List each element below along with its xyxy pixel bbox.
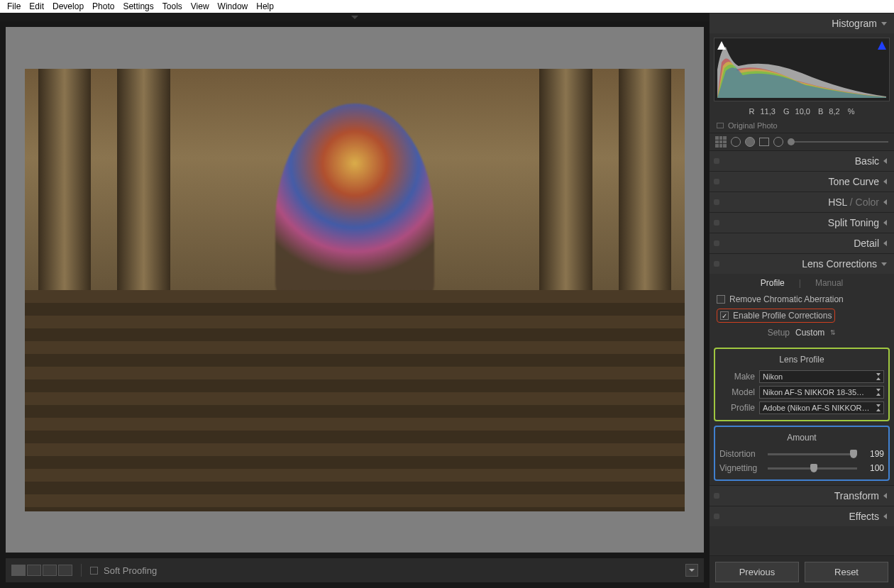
view-before-after-split-button[interactable] (58, 565, 72, 576)
model-label: Model (719, 387, 755, 397)
bottom-toolbar: Soft Proofing (6, 558, 704, 582)
graduated-filter-icon[interactable] (759, 138, 769, 146)
lens-corrections-body: Profile | Manual Remove Chromatic Aberra… (710, 274, 894, 481)
panel-button-row: Previous Reset (710, 555, 894, 588)
menu-photo[interactable]: Photo (88, 1, 118, 11)
histogram-title: Histogram (832, 18, 877, 29)
remove-chromatic-aberration-checkbox[interactable] (717, 295, 725, 304)
lens-profile-title: Lens Profile (719, 353, 884, 369)
toolbar-options-button[interactable] (685, 564, 698, 577)
menu-settings[interactable]: Settings (118, 1, 158, 11)
chevron-left-icon (883, 199, 887, 205)
radial-filter-icon[interactable] (773, 137, 783, 147)
previous-button[interactable]: Previous (715, 562, 799, 582)
adjustment-tool-strip (710, 133, 894, 150)
remove-chromatic-aberration-label: Remove Chromatic Aberration (729, 294, 844, 304)
view-before-after-lr-button[interactable] (27, 565, 41, 576)
distortion-label: Distortion (719, 449, 762, 459)
image-canvas[interactable] (6, 27, 704, 553)
menu-help[interactable]: Help (252, 1, 278, 11)
chevron-left-icon (883, 514, 887, 519)
setup-label: Setup (768, 328, 790, 338)
top-panel-toggle[interactable] (0, 13, 710, 21)
histogram-display[interactable] (714, 38, 890, 101)
soft-proofing-label: Soft Proofing (104, 565, 157, 576)
chevron-down-icon (881, 262, 887, 266)
menu-window[interactable]: Window (214, 1, 253, 11)
tab-profile[interactable]: Profile (761, 278, 785, 288)
preview-image (25, 69, 685, 511)
distortion-value: 199 (863, 449, 884, 459)
menu-develop[interactable]: Develop (48, 1, 88, 11)
reset-button[interactable]: Reset (805, 562, 888, 582)
hsl-color-panel-header[interactable]: HSL / Color (710, 192, 894, 212)
panel-switch-icon[interactable] (714, 179, 719, 184)
panel-switch-icon[interactable] (714, 514, 719, 519)
view-before-after-tb-button[interactable] (43, 565, 57, 576)
crop-tool-icon[interactable] (715, 136, 727, 148)
basic-panel-header[interactable]: Basic (710, 150, 894, 171)
chevron-left-icon (883, 220, 887, 226)
tone-curve-panel-header[interactable]: Tone Curve (710, 171, 894, 192)
chevron-left-icon (883, 240, 887, 246)
adjustment-brush-size-slider[interactable] (788, 141, 888, 143)
lens-corrections-panel-header[interactable]: Lens Corrections (710, 253, 894, 274)
menu-edit[interactable]: Edit (25, 1, 48, 11)
tab-manual[interactable]: Manual (815, 278, 843, 288)
split-toning-panel-header[interactable]: Split Toning (710, 212, 894, 233)
distortion-slider[interactable] (768, 453, 857, 455)
menu-view[interactable]: View (187, 1, 214, 11)
model-dropdown[interactable]: Nikon AF-S NIKKOR 18-35… (759, 386, 884, 399)
updown-icon: ⇅ (830, 329, 836, 336)
vignetting-slider[interactable] (768, 467, 857, 470)
original-photo-toggle[interactable]: Original Photo (710, 118, 894, 133)
amount-title: Amount (719, 431, 884, 447)
redeye-tool-icon[interactable] (745, 137, 755, 147)
setup-dropdown[interactable]: Custom (795, 328, 824, 338)
make-label: Make (719, 372, 755, 382)
enable-profile-corrections-highlight: Enable Profile Corrections (717, 309, 835, 323)
menu-file[interactable]: File (3, 1, 25, 11)
chevron-down-icon (351, 16, 358, 19)
chevron-left-icon (883, 493, 887, 499)
panel-switch-icon[interactable] (714, 493, 719, 499)
panel-switch-icon[interactable] (714, 240, 719, 246)
panel-switch-icon[interactable] (714, 199, 719, 205)
soft-proofing-checkbox[interactable] (90, 567, 98, 575)
effects-panel-header[interactable]: Effects (710, 506, 894, 526)
view-loupe-button[interactable] (11, 565, 26, 576)
vignetting-label: Vignetting (719, 463, 762, 473)
menu-tools[interactable]: Tools (158, 1, 187, 11)
chevron-left-icon (883, 179, 887, 184)
panel-switch-icon[interactable] (714, 261, 719, 267)
detail-panel-header[interactable]: Detail (710, 233, 894, 253)
make-dropdown[interactable]: Nikon (759, 370, 884, 383)
enable-profile-corrections-label: Enable Profile Corrections (733, 311, 832, 321)
rectangle-icon (717, 123, 724, 128)
profile-label: Profile (719, 403, 755, 413)
amount-group-highlight: Amount Distortion 199 Vignetting 100 (714, 426, 890, 481)
transform-panel-header[interactable]: Transform (710, 485, 894, 506)
panel-switch-icon[interactable] (714, 220, 719, 226)
histogram-readout: R11,3 G10,0 B8,2 % (710, 106, 894, 118)
lens-profile-group-highlight: Lens Profile Make Nikon Model Nikon AF-S… (714, 348, 890, 421)
vignetting-value: 100 (863, 463, 884, 473)
main-menu-bar[interactable]: File Edit Develop Photo Settings Tools V… (0, 0, 894, 13)
separator (81, 564, 82, 577)
histogram-panel-header[interactable]: Histogram (710, 13, 894, 33)
develop-right-panel: Histogram R11,3 G10,0 B8,2 % (710, 13, 894, 588)
enable-profile-corrections-checkbox[interactable] (720, 311, 729, 320)
profile-dropdown[interactable]: Adobe (Nikon AF-S NIKKOR… (759, 401, 884, 414)
panel-switch-icon[interactable] (714, 158, 719, 164)
chevron-down-icon (881, 22, 887, 26)
spot-removal-icon[interactable] (731, 137, 741, 147)
chevron-left-icon (883, 158, 887, 164)
histogram-graph (717, 41, 886, 98)
